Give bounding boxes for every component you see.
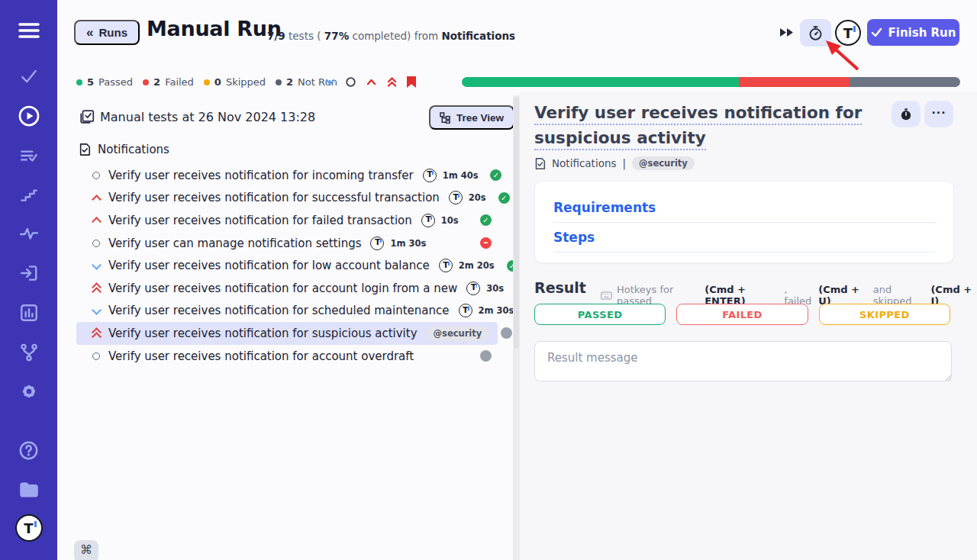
passed-button[interactable]: PASSED — [534, 304, 666, 325]
test-duration: 20s — [469, 192, 486, 203]
page-title: Manual Run — [147, 17, 282, 40]
detail-card: Requirements Steps — [534, 181, 954, 263]
source-suite: Notifications — [441, 30, 515, 42]
status-badge — [490, 169, 501, 181]
failed-dot-icon — [143, 79, 149, 85]
test-row[interactable]: Verify user receives notification for ac… — [76, 277, 498, 300]
priority-icon — [90, 282, 102, 294]
tests-fraction: 7/9 — [267, 30, 285, 42]
breadcrumb-tag[interactable]: @security — [632, 156, 695, 170]
failed-button[interactable]: FAILED — [676, 304, 808, 325]
brand-logo-icon[interactable]: T — [15, 514, 43, 542]
requirements-section-heading[interactable]: Requirements — [553, 200, 935, 223]
test-row[interactable]: Verify user receives notification for sc… — [76, 300, 498, 323]
test-row[interactable]: Verify user receives notification for fa… — [76, 209, 498, 232]
priority-highest-filter-icon[interactable] — [385, 76, 398, 89]
double-chevron-left-icon — [86, 25, 93, 40]
priority-icon — [90, 327, 102, 340]
detail-timer-button[interactable] — [892, 101, 921, 127]
more-options-button[interactable] — [924, 101, 953, 127]
status-badge — [480, 237, 492, 249]
status-badge — [498, 192, 510, 204]
testomat-logo-icon — [449, 191, 463, 204]
pulse-icon[interactable] — [15, 220, 43, 248]
skipped-button[interactable]: SKIPPED — [819, 304, 950, 325]
bar-chart-icon[interactable] — [15, 299, 43, 327]
stopwatch-icon — [808, 25, 824, 41]
command-palette-button[interactable]: ⌘ — [74, 540, 98, 560]
test-duration: 2m 30s — [479, 305, 514, 316]
help-icon[interactable] — [15, 436, 43, 464]
folder-icon[interactable] — [15, 475, 43, 503]
testomat-logo-icon — [439, 259, 453, 272]
priority-normal-filter-icon[interactable] — [344, 76, 357, 89]
check-icon — [871, 27, 882, 37]
stopwatch-icon — [899, 108, 913, 121]
list-check-icon[interactable] — [15, 142, 43, 169]
import-icon[interactable] — [15, 259, 43, 287]
test-duration: 2m 20s — [459, 260, 495, 271]
test-title: Verify user receives notification for sc… — [108, 304, 450, 317]
finish-run-button[interactable]: Finish Run — [867, 19, 959, 46]
progress-passed-segment — [462, 77, 739, 87]
test-list: Verify user receives notification for in… — [76, 164, 498, 367]
priority-high-filter-icon[interactable] — [365, 76, 378, 89]
testomat-logo-icon — [459, 304, 472, 317]
notrun-dot-icon — [276, 79, 282, 85]
scrollbar[interactable] — [513, 95, 520, 560]
timer-button[interactable] — [800, 19, 831, 47]
scrollbar-thumb[interactable] — [514, 97, 519, 349]
check-icon[interactable] — [15, 63, 43, 90]
status-counts: 5Passed 2Failed 0Skipped 2Not Run — [76, 76, 337, 88]
test-duration: 1m 40s — [443, 170, 479, 181]
test-row[interactable]: Verify user receives notification for ac… — [76, 345, 498, 368]
tree-view-icon — [440, 112, 451, 124]
test-row[interactable]: Verify user can manage notification sett… — [76, 232, 498, 255]
gear-icon[interactable] — [15, 378, 43, 405]
keyboard-icon — [601, 291, 612, 301]
branch-icon[interactable] — [15, 339, 43, 366]
test-detail-title[interactable]: Verify user receives notification for su… — [534, 100, 887, 150]
result-message-input[interactable] — [534, 341, 952, 381]
test-title: Verify user receives notification for ac… — [108, 282, 457, 295]
priority-icon — [90, 350, 102, 362]
suite-folder-row[interactable]: Notifications — [79, 143, 169, 156]
priority-icon — [90, 304, 102, 317]
result-buttons: PASSED FAILED SKIPPED — [534, 304, 950, 325]
checklist-icon — [79, 108, 95, 128]
priority-icon — [90, 191, 102, 204]
document-check-icon — [534, 157, 546, 170]
priority-filter-controls — [324, 76, 419, 89]
back-to-runs-button[interactable]: Runs — [74, 20, 140, 45]
completed-percent: 77% — [324, 30, 349, 42]
test-duration: 30s — [486, 283, 504, 294]
status-badge — [501, 327, 512, 339]
test-title: Verify user can manage notification sett… — [108, 237, 361, 250]
steps-icon[interactable] — [15, 181, 43, 208]
brand-logo-icon[interactable]: T — [835, 20, 861, 46]
priority-low-filter-icon[interactable] — [324, 76, 337, 89]
passed-count: 5Passed — [76, 76, 133, 88]
priority-icon — [90, 214, 102, 227]
command-icon: ⌘ — [80, 542, 92, 557]
result-heading: Result — [534, 279, 586, 296]
test-row[interactable]: Verify user receives notification for in… — [76, 164, 498, 187]
priority-icon — [90, 237, 102, 249]
testomat-logo-icon — [466, 282, 480, 295]
tree-view-button[interactable]: Tree View — [429, 105, 514, 130]
test-title: Verify user receives notification for su… — [108, 191, 440, 204]
test-row-selected[interactable]: Verify user receives notification for su… — [76, 322, 498, 345]
test-title: Verify user receives notification for in… — [108, 169, 414, 182]
breadcrumb-folder[interactable]: Notifications — [552, 157, 617, 169]
fast-forward-icon[interactable] — [780, 26, 795, 37]
test-row[interactable]: Verify user receives notification for su… — [76, 187, 498, 210]
skipped-count: 0Skipped — [204, 76, 266, 88]
test-row[interactable]: Verify user receives notification for lo… — [76, 254, 498, 277]
steps-section-heading[interactable]: Steps — [553, 230, 935, 253]
progress-notrun-segment — [850, 77, 960, 87]
bookmark-filter-icon[interactable] — [406, 76, 419, 89]
play-circle-icon[interactable] — [15, 102, 43, 130]
menu-icon[interactable] — [15, 17, 43, 44]
run-summary: 7/9 tests ( 77% completed) from Notifica… — [267, 30, 515, 42]
run-heading: Manual tests at 26 Nov 2024 13:28 — [100, 110, 315, 124]
